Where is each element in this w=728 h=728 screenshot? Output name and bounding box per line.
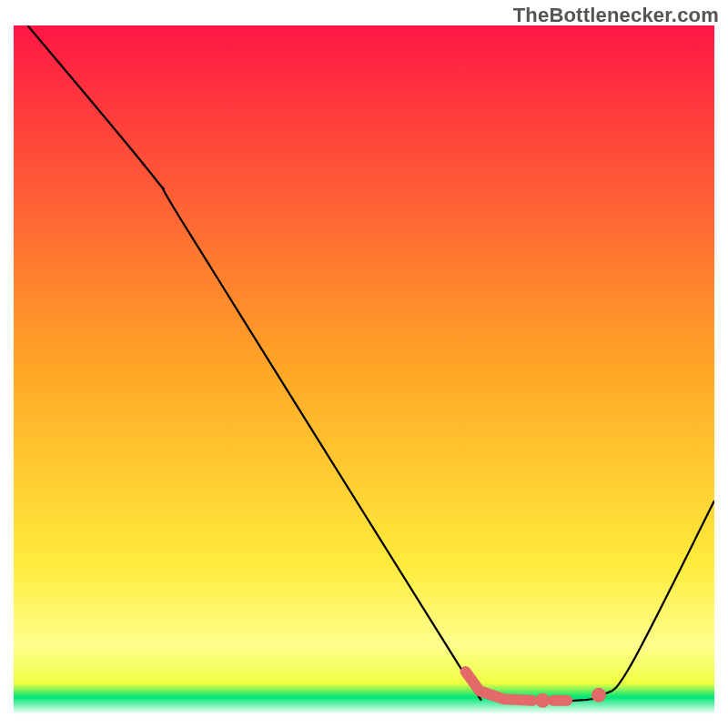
svg-point-2 <box>592 688 606 703</box>
gradient-background <box>14 25 714 714</box>
bottleneck-chart <box>0 0 728 728</box>
chart-container: TheBottlenecker.com <box>0 0 728 728</box>
attribution-label: TheBottlenecker.com <box>513 4 719 27</box>
svg-point-1 <box>535 693 550 708</box>
